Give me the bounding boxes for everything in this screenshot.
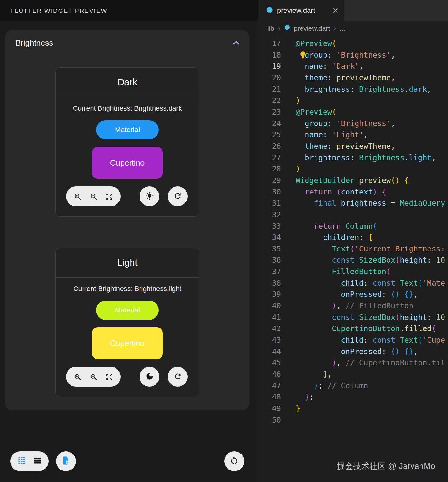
code-line[interactable]: 50	[258, 415, 448, 426]
code-text: )	[296, 95, 300, 107]
code-text: CupertinoButton.filled(	[296, 323, 436, 335]
material-button[interactable]: Material	[96, 301, 159, 320]
line-number: 37	[258, 266, 281, 278]
preview-toolbar	[56, 367, 199, 387]
group-title: Brightness	[15, 38, 53, 48]
refresh-icon	[173, 372, 182, 382]
preview-toolbar	[56, 186, 199, 206]
preview-title: Dark	[56, 68, 199, 97]
code-line[interactable]: 32	[258, 209, 448, 221]
code-line[interactable]: 22)	[258, 95, 448, 107]
line-number: 19	[258, 61, 281, 72]
line-number: 42	[258, 323, 281, 335]
code-area[interactable]: 17@Preview(18 group: 'Brightness',19 nam…	[258, 36, 448, 426]
grid-view-button[interactable]	[17, 456, 27, 467]
code-line[interactable]: 31 final brightness = MediaQuery	[258, 198, 448, 209]
panel-header: FLUTTER WIDGET PREVIEW	[0, 0, 258, 21]
code-line[interactable]: 40 ), // FilledButton	[258, 300, 448, 312]
code-text: ), // FilledButton	[296, 300, 413, 312]
code-text: theme: previewTheme,	[296, 72, 395, 84]
code-line[interactable]: 34 children: [	[258, 232, 448, 243]
line-number: 50	[258, 415, 281, 426]
line-number: 32	[258, 209, 281, 221]
refresh-preview-button[interactable]	[168, 186, 188, 206]
code-line[interactable]: 20 theme: previewTheme,	[258, 72, 448, 84]
quick-fix-lightbulb-icon[interactable]	[299, 51, 307, 62]
code-line[interactable]: 48 };	[258, 391, 448, 403]
code-line[interactable]: 29WidgetBuilder preview() {	[258, 175, 448, 186]
line-number: 46	[258, 369, 281, 380]
code-line[interactable]: 30 return (context) {	[258, 186, 448, 198]
preview-card-light: Light Current Brightness: Brightness.lig…	[55, 248, 199, 397]
line-number: 35	[258, 243, 281, 255]
zoom-out-icon[interactable]	[89, 192, 98, 201]
code-line[interactable]: 21 brightness: Brightness.dark,	[258, 84, 448, 95]
restart-icon	[229, 456, 239, 467]
refresh-preview-button[interactable]	[168, 367, 188, 387]
code-text: brightness: Brightness.dark,	[296, 84, 431, 95]
code-line[interactable]: 26 theme: previewTheme,	[258, 141, 448, 152]
collapse-chevron-icon[interactable]	[231, 37, 242, 48]
code-line[interactable]: 36 const SizedBox(height: 10	[258, 255, 448, 266]
restart-button[interactable]	[224, 451, 244, 471]
close-tab-icon[interactable]	[332, 7, 339, 14]
code-line[interactable]: 46 ],	[258, 369, 448, 380]
code-line[interactable]: 49}	[258, 403, 448, 415]
code-line[interactable]: 17@Preview(	[258, 38, 448, 50]
code-line[interactable]: 47 ); // Column	[258, 380, 448, 392]
code-text: ), // CupertinoButton.fil	[296, 357, 445, 369]
line-number: 31	[258, 198, 281, 209]
material-button[interactable]: Material	[96, 120, 159, 139]
code-line[interactable]: 19 name: 'Dark',	[258, 61, 448, 72]
zoom-out-icon[interactable]	[89, 373, 98, 381]
code-line[interactable]: 27 brightness: Brightness.light,	[258, 152, 448, 164]
line-number: 28	[258, 163, 281, 175]
line-number: 21	[258, 84, 281, 95]
line-number: 41	[258, 312, 281, 323]
code-text: @Preview(	[296, 38, 336, 50]
screen: FLUTTER WIDGET PREVIEW Brightness Dark C…	[0, 0, 448, 482]
code-line[interactable]: 45 ), // CupertinoButton.fil	[258, 357, 448, 369]
code-line[interactable]: 39 onPressed: () {},	[258, 289, 448, 300]
breadcrumb-symbol[interactable]: ...	[340, 25, 345, 32]
breadcrumb-lib[interactable]: lib	[268, 25, 274, 32]
code-line[interactable]: 38 child: const Text('Mate	[258, 278, 448, 289]
tab-preview-dart[interactable]: preview.dart	[258, 0, 344, 21]
code-line[interactable]: 24 group: 'Brightness',	[258, 118, 448, 130]
code-line[interactable]: 42 CupertinoButton.filled(	[258, 323, 448, 335]
code-text: final brightness = MediaQuery	[296, 198, 445, 209]
code-line[interactable]: 37 FilledButton(	[258, 266, 448, 278]
code-text: const SizedBox(height: 10	[296, 255, 445, 266]
code-text: theme: previewTheme,	[296, 141, 395, 152]
code-line[interactable]: 41 const SizedBox(height: 10	[258, 312, 448, 323]
cupertino-button[interactable]: Cupertino	[92, 327, 163, 359]
line-number: 22	[258, 95, 281, 107]
fullscreen-icon[interactable]	[105, 373, 113, 381]
code-line[interactable]: 25 name: 'Light',	[258, 129, 448, 141]
zoom-in-icon[interactable]	[73, 192, 82, 201]
line-number: 39	[258, 289, 281, 300]
code-line[interactable]: 18 group: 'Brightness',	[258, 50, 448, 61]
code-text: }	[296, 403, 300, 415]
code-text: group: 'Brightness',	[296, 118, 395, 130]
theme-toggle-button[interactable]	[140, 367, 159, 387]
zoom-in-icon[interactable]	[73, 373, 82, 381]
code-text: child: const Text('Cupe	[296, 335, 445, 346]
code-text: return Column(	[296, 221, 377, 232]
moon-icon	[145, 372, 154, 382]
list-view-button[interactable]	[33, 456, 42, 466]
code-line[interactable]: 43 child: const Text('Cupe	[258, 335, 448, 346]
cupertino-button[interactable]: Cupertino	[92, 147, 163, 179]
theme-toggle-button[interactable]	[140, 186, 159, 206]
dart-file-icon	[266, 6, 273, 15]
code-line[interactable]: 35 Text('Current Brightness:	[258, 243, 448, 255]
code-line[interactable]: 44 onPressed: () {},	[258, 346, 448, 358]
code-line[interactable]: 23@Preview(	[258, 107, 448, 118]
code-line[interactable]: 28)	[258, 163, 448, 175]
open-file-button[interactable]	[56, 451, 76, 471]
fullscreen-icon[interactable]	[105, 193, 113, 201]
code-text: };	[296, 391, 314, 403]
breadcrumb-file[interactable]: preview.dart	[294, 25, 330, 32]
code-line[interactable]: 33 return Column(	[258, 221, 448, 232]
line-number: 27	[258, 152, 281, 164]
